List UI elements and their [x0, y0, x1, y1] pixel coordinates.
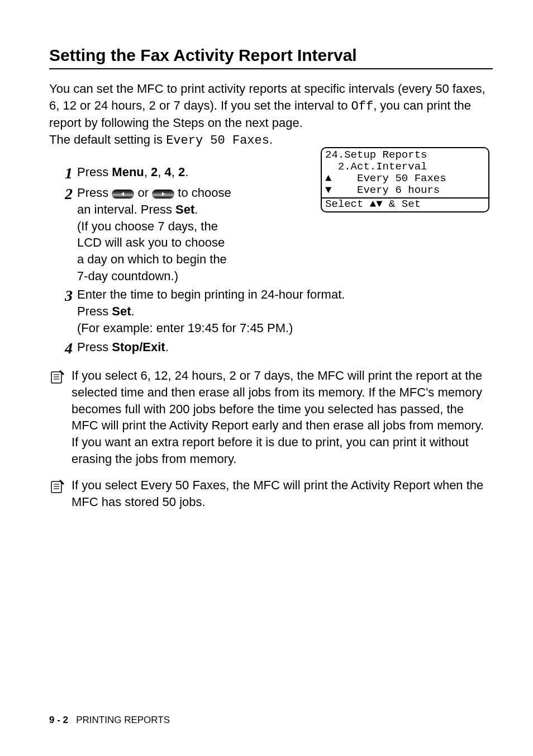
lcd-line-3: ▲ Every 50 Faxes — [325, 172, 446, 185]
step-4: 4 Press Stop/Exit. — [49, 339, 493, 358]
step-3-line1: Enter the time to begin printing in 24-h… — [77, 287, 345, 301]
step-1-key-4: 4 — [165, 165, 172, 179]
step-3-parenthetical: (For example: enter 19:45 for 7:45 PM.) — [77, 321, 293, 335]
lcd-line-1: 24.Setup Reports — [325, 149, 427, 161]
note-icon — [49, 477, 72, 497]
note-1: If you select 6, 12, 24 hours, 2 or 7 da… — [49, 367, 493, 467]
step-2: 2 Press or to choose an interval. Press … — [49, 185, 234, 284]
lcd-top: 24.Setup Reports 2.Act.Interval ▲ Every … — [321, 147, 489, 198]
nav-left-icon — [112, 190, 134, 199]
nav-right-icon — [152, 190, 174, 199]
step-4-press: Press — [77, 340, 112, 354]
step-3-set: Set — [112, 304, 131, 318]
step-1-comma1: , — [144, 165, 151, 179]
step-2-press: Press — [77, 186, 112, 200]
step-1-comma3: , — [172, 165, 178, 179]
lcd-display: 24.Setup Reports 2.Act.Interval ▲ Every … — [321, 147, 489, 212]
lcd-line-5: Select ▲▼ & Set — [325, 198, 421, 210]
lcd-line-2: 2.Act.Interval — [325, 160, 427, 173]
step-4-period: . — [165, 340, 169, 354]
step-1-menu: Menu — [112, 165, 144, 179]
section-title: Setting the Fax Activity Report Interval — [49, 46, 493, 69]
footer-chapter: PRINTING REPORTS — [76, 715, 170, 725]
svg-marker-0 — [121, 192, 124, 196]
step-3-period: . — [131, 304, 135, 318]
step-1: 1 Press Menu, 2, 4, 2. — [49, 164, 234, 183]
note-1-text: If you select 6, 12, 24 hours, 2 or 7 da… — [72, 367, 493, 467]
intro-off-mono: Off — [351, 100, 374, 114]
step-1-comma2: , — [158, 165, 164, 179]
step-3: 3 Enter the time to begin printing in 24… — [49, 286, 493, 336]
step-2-or: or — [137, 186, 152, 200]
intro-paragraph: You can set the MFC to print activity re… — [49, 81, 493, 149]
step-2-number: 2 — [49, 185, 77, 204]
lcd-line-4: ▼ Every 6 hours — [325, 184, 440, 196]
step-1-period: . — [185, 165, 188, 179]
step-4-number: 4 — [49, 339, 77, 358]
page: Setting the Fax Activity Report Interval… — [0, 0, 533, 756]
intro-text-3b: . — [269, 133, 273, 147]
step-3-press: Press — [77, 304, 112, 318]
lcd-bottom: Select ▲▼ & Set — [321, 198, 489, 212]
note-2-text: If you select Every 50 Faxes, the MFC wi… — [72, 477, 493, 510]
step-3-number: 3 — [49, 286, 77, 305]
step-2-parenthetical: (If you choose 7 days, the LCD will ask … — [77, 219, 227, 283]
page-footer: 9 - 2 PRINTING REPORTS — [49, 715, 170, 726]
step-1-number: 1 — [49, 164, 77, 183]
step-2-set: Set — [175, 202, 194, 216]
note-2: If you select Every 50 Faxes, the MFC wi… — [49, 477, 493, 510]
svg-rect-6 — [51, 481, 61, 493]
intro-text-3a: The default setting is — [49, 133, 166, 147]
step-1-key-2a: 2 — [151, 165, 158, 179]
step-1-press: Press — [77, 165, 112, 179]
step-4-stop-exit: Stop/Exit — [112, 340, 165, 354]
step-1-key-2b: 2 — [178, 165, 185, 179]
intro-default-mono: Every 50 Faxes — [166, 134, 269, 148]
footer-page-number: 9 - 2 — [49, 715, 68, 725]
steps-list: 1 Press Menu, 2, 4, 2. 2 Press or — [49, 162, 493, 357]
step-2-period: . — [194, 202, 198, 216]
svg-marker-1 — [162, 192, 165, 196]
note-icon — [49, 367, 72, 388]
svg-rect-2 — [51, 372, 61, 383]
